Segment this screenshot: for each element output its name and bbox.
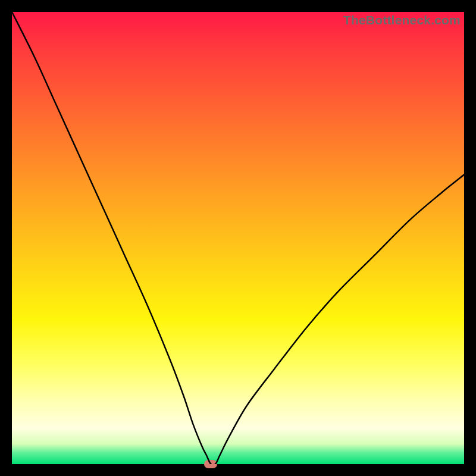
bottleneck-curve	[12, 12, 464, 464]
chart-frame: TheBottleneck.com	[12, 12, 464, 464]
watermark-text: TheBottleneck.com	[343, 13, 461, 27]
